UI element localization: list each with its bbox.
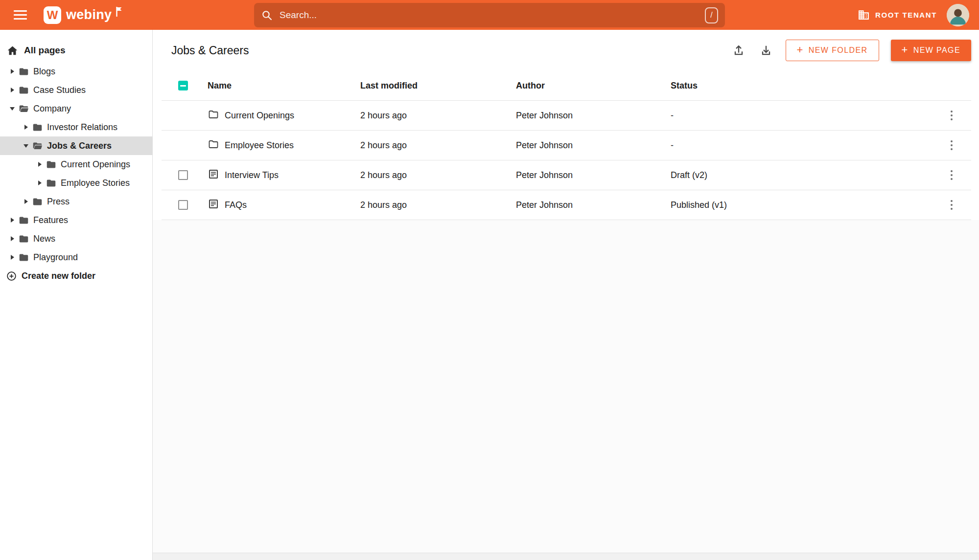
column-header-last-modified[interactable]: Last modified bbox=[360, 81, 516, 91]
caret-icon[interactable] bbox=[35, 162, 44, 167]
search-input[interactable] bbox=[279, 9, 705, 21]
folder-icon bbox=[32, 122, 43, 133]
row-last-modified: 2 hours ago bbox=[360, 140, 516, 151]
sidebar-folder-item[interactable]: Company bbox=[0, 99, 152, 118]
caret-icon[interactable] bbox=[22, 199, 30, 204]
caret-icon[interactable] bbox=[8, 69, 17, 74]
row-last-modified: 2 hours ago bbox=[360, 111, 516, 121]
tenant-label: ROOT TENANT bbox=[875, 11, 937, 19]
folder-label: Features bbox=[33, 215, 68, 225]
caret-icon[interactable] bbox=[8, 218, 17, 223]
row-options-icon[interactable] bbox=[948, 137, 956, 154]
pages-sheet: Jobs & Careers + NEW FOLDER bbox=[153, 30, 979, 220]
tenant-building-icon bbox=[858, 9, 870, 21]
caret-icon[interactable] bbox=[22, 125, 30, 130]
create-new-folder-button[interactable]: Create new folder bbox=[0, 267, 152, 285]
tenant-selector[interactable]: ROOT TENANT bbox=[858, 9, 937, 21]
page-icon bbox=[208, 198, 219, 212]
row-options-icon[interactable] bbox=[948, 197, 956, 213]
row-status: - bbox=[671, 140, 932, 151]
export-button[interactable] bbox=[731, 43, 746, 58]
download-icon bbox=[759, 44, 773, 57]
menu-icon[interactable] bbox=[14, 10, 27, 20]
flag-icon bbox=[116, 6, 123, 17]
caret-icon[interactable] bbox=[8, 255, 17, 260]
column-header-name[interactable]: Name bbox=[208, 81, 360, 91]
folder-icon bbox=[32, 197, 43, 207]
select-all-checkbox[interactable] bbox=[178, 81, 188, 90]
new-folder-label: NEW FOLDER bbox=[809, 46, 868, 55]
topbar: W webiny / ROOT TENANT bbox=[0, 0, 979, 30]
user-avatar[interactable] bbox=[947, 4, 969, 26]
folder-label: Current Openings bbox=[61, 159, 130, 170]
table-row[interactable]: Employee Stories 2 hours ago Peter Johns… bbox=[162, 131, 971, 160]
folder-icon bbox=[208, 138, 219, 153]
row-name[interactable]: FAQs bbox=[225, 200, 247, 210]
column-header-author[interactable]: Author bbox=[516, 81, 671, 91]
row-name[interactable]: Interview Tips bbox=[225, 170, 279, 180]
sidebar-item-all-pages[interactable]: All pages bbox=[0, 39, 152, 62]
row-author: Peter Johnson bbox=[516, 200, 671, 210]
table-row[interactable]: Interview Tips 2 hours ago Peter Johnson… bbox=[162, 160, 971, 190]
topbar-right: ROOT TENANT bbox=[858, 4, 969, 26]
search-icon bbox=[261, 9, 273, 21]
row-checkbox[interactable] bbox=[178, 200, 188, 210]
avatar-image bbox=[947, 4, 969, 26]
sidebar-folder-item[interactable]: News bbox=[0, 229, 152, 248]
table-header-row: Name Last modified Author Status bbox=[162, 71, 971, 101]
folder-label: News bbox=[33, 234, 55, 244]
folder-open-icon bbox=[32, 141, 43, 151]
sidebar-folder-item[interactable]: Jobs & Careers bbox=[0, 136, 152, 155]
folder-icon bbox=[208, 109, 219, 123]
row-last-modified: 2 hours ago bbox=[360, 170, 516, 180]
table-row[interactable]: Current Openings 2 hours ago Peter Johns… bbox=[162, 101, 971, 131]
header-actions: + NEW FOLDER + NEW PAGE bbox=[731, 40, 971, 61]
home-icon bbox=[7, 45, 18, 56]
plus-circle-icon bbox=[6, 271, 17, 281]
sidebar-folder-item[interactable]: Playground bbox=[0, 248, 152, 267]
sidebar-folder-item[interactable]: Current Openings bbox=[0, 155, 152, 174]
sidebar-folder-item[interactable]: Case Studies bbox=[0, 81, 152, 99]
folder-icon bbox=[46, 178, 56, 188]
folder-label: Press bbox=[47, 197, 70, 207]
folder-icon bbox=[19, 215, 29, 225]
caret-icon[interactable] bbox=[8, 107, 17, 111]
caret-icon[interactable] bbox=[8, 88, 17, 92]
row-name[interactable]: Current Openings bbox=[225, 111, 294, 121]
search-bar[interactable]: / bbox=[254, 3, 725, 27]
new-page-button[interactable]: + NEW PAGE bbox=[891, 40, 972, 61]
row-name[interactable]: Employee Stories bbox=[225, 140, 294, 151]
folder-open-icon bbox=[19, 104, 29, 114]
import-button[interactable] bbox=[758, 43, 774, 58]
row-options-icon[interactable] bbox=[948, 108, 956, 124]
row-checkbox[interactable] bbox=[178, 170, 188, 180]
caret-icon[interactable] bbox=[22, 144, 30, 148]
caret-icon[interactable] bbox=[35, 180, 44, 185]
table-row[interactable]: FAQs 2 hours ago Peter Johnson Published… bbox=[162, 190, 971, 220]
horizontal-scrollbar[interactable] bbox=[153, 553, 979, 560]
caret-icon[interactable] bbox=[8, 236, 17, 241]
sidebar-folder-item[interactable]: Features bbox=[0, 211, 152, 229]
sidebar-folder-item[interactable]: Employee Stories bbox=[0, 174, 152, 192]
plus-icon: + bbox=[797, 45, 804, 55]
page-icon bbox=[208, 168, 219, 182]
webiny-logo-mark: W bbox=[44, 6, 61, 24]
webiny-logo-text: webiny bbox=[66, 7, 112, 22]
sidebar-tree: Blogs Case Studies Company bbox=[0, 62, 152, 267]
column-header-status[interactable]: Status bbox=[671, 81, 932, 91]
upload-icon bbox=[732, 44, 746, 57]
row-status: Draft (v2) bbox=[671, 170, 932, 180]
row-last-modified: 2 hours ago bbox=[360, 200, 516, 210]
sidebar-folder-item[interactable]: Blogs bbox=[0, 62, 152, 81]
folder-icon bbox=[19, 67, 29, 77]
row-status: Published (v1) bbox=[671, 200, 932, 210]
folder-icon bbox=[19, 252, 29, 263]
new-folder-button[interactable]: + NEW FOLDER bbox=[786, 40, 879, 61]
all-pages-label: All pages bbox=[24, 45, 65, 56]
sidebar-folder-item[interactable]: Press bbox=[0, 192, 152, 211]
sidebar-folder-item[interactable]: Investor Relations bbox=[0, 118, 152, 136]
row-options-icon[interactable] bbox=[948, 167, 956, 183]
folder-label: Playground bbox=[33, 252, 78, 263]
webiny-logo[interactable]: W webiny bbox=[44, 6, 123, 24]
plus-icon: + bbox=[902, 45, 909, 55]
